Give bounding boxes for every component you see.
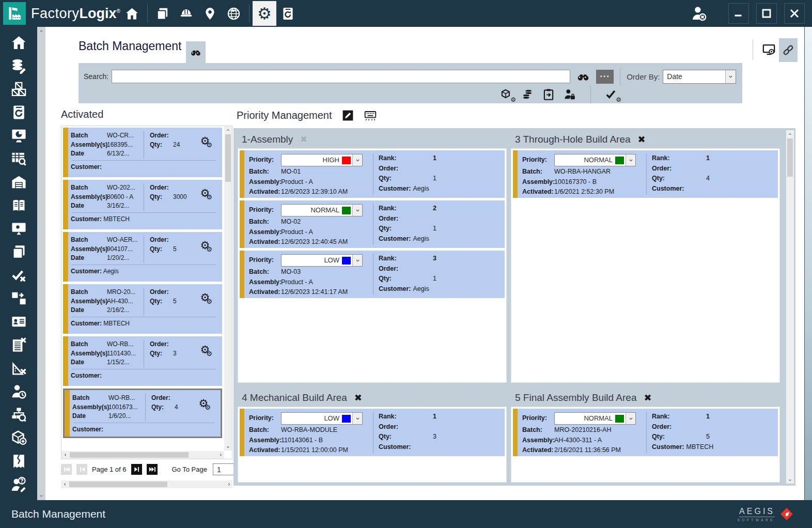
scrollbar-thumb[interactable] (70, 452, 189, 458)
pane-horizontal-scrollbar[interactable] (61, 480, 232, 488)
batch-card[interactable]: BatchWO-202... Assembly(s)80600 - A Date… (63, 180, 222, 229)
sidebar-item-defect-page[interactable] (7, 452, 30, 470)
sidebar-item-pages[interactable] (7, 242, 30, 261)
first-page-button[interactable] (61, 464, 72, 475)
sidebar-item-home[interactable] (7, 33, 30, 52)
person-asset-icon[interactable] (563, 88, 576, 101)
priority-dropdown[interactable]: NORMAL (281, 204, 363, 216)
batch-settings-gears-icon[interactable]: ⚙⚙ (200, 291, 216, 304)
cube-gear-icon[interactable]: ⚙ (499, 88, 513, 101)
priority-dropdown[interactable]: NORMAL (554, 154, 636, 166)
priority-card[interactable]: Priority: LOW Batch:MO-03 Assembly:Produ… (240, 251, 505, 298)
batch-card[interactable]: BatchWO-RB... Assembly(s)1001673... Date… (63, 389, 222, 438)
priority-card[interactable]: Priority: NORMAL Batch:MRO-20210216-AH A… (513, 409, 778, 456)
sidebar-item-package-add[interactable] (7, 428, 30, 447)
activated-horizontal-scrollbar[interactable] (61, 451, 224, 459)
panel-close-icon[interactable]: ✖ (300, 135, 307, 144)
more-options-button[interactable]: ... (596, 70, 614, 84)
monitor-sync-icon[interactable] (762, 42, 776, 56)
priority-dropdown[interactable]: LOW (281, 254, 363, 267)
sidebar-item-checklist-remove[interactable] (7, 335, 30, 354)
scroll-right-icon[interactable] (225, 480, 232, 488)
scrollbar-thumb[interactable] (69, 482, 167, 487)
priority-card[interactable]: Priority: NORMAL Batch:WO-RBA-HANGAR Ass… (513, 150, 778, 198)
priority-vertical-scrollbar[interactable] (786, 130, 794, 484)
sidebar-item-id-card[interactable] (7, 312, 30, 331)
clipboard-transfer-icon[interactable] (542, 88, 555, 101)
sidebar-item-material-crates[interactable] (7, 80, 30, 98)
batch-settings-gears-icon[interactable]: ⚙⚙ (200, 239, 216, 252)
sidebar-item-operator-help[interactable] (7, 475, 30, 493)
chevron-down-icon[interactable] (626, 413, 635, 424)
globe-icon[interactable] (222, 0, 246, 27)
pages-icon[interactable] (151, 0, 175, 27)
scroll-left-icon[interactable] (61, 480, 68, 488)
priority-dropdown[interactable]: LOW (281, 412, 363, 425)
previous-page-button[interactable] (76, 464, 87, 475)
batch-card[interactable]: BatchWO-AER... Assembly(s)904107... Date… (63, 232, 222, 282)
window-minimize-button[interactable] (728, 3, 749, 24)
activated-vertical-scrollbar[interactable] (224, 126, 232, 451)
batch-card[interactable]: BatchWO-CR... Assembly(s)168395... Date6… (63, 128, 222, 177)
chevron-down-icon[interactable] (352, 255, 362, 266)
priority-dropdown[interactable]: HIGH (281, 154, 363, 166)
priority-card[interactable]: Priority: HIGH Batch:MO-01 Assembly:Prod… (240, 150, 505, 198)
scroll-up-icon[interactable] (786, 130, 794, 137)
sidebar-item-table-search[interactable] (7, 149, 30, 168)
sidebar-item-warehouse[interactable] (7, 173, 30, 191)
sidebar-item-operator-time[interactable] (7, 382, 30, 400)
scrollbar-thumb[interactable] (225, 134, 231, 182)
sidebar-item-production-data[interactable] (7, 56, 30, 75)
history-icon[interactable] (276, 0, 300, 27)
sidebar-item-batch-history[interactable] (7, 103, 30, 121)
scroll-down-icon[interactable] (224, 443, 232, 451)
chevron-down-icon[interactable] (352, 154, 362, 166)
scroll-up-icon[interactable] (224, 126, 232, 133)
chevron-down-icon[interactable] (352, 413, 362, 424)
home-icon[interactable] (120, 0, 144, 27)
sidebar-item-org-search[interactable] (7, 405, 30, 424)
sidebar-item-dashboard[interactable] (7, 126, 30, 145)
settings-gear-icon[interactable]: ⚙ (253, 1, 276, 26)
scroll-up-icon[interactable] (37, 27, 45, 35)
binoculars-icon[interactable] (576, 70, 590, 83)
panel-close-icon[interactable]: ✖ (354, 393, 362, 402)
search-input[interactable] (112, 70, 570, 83)
scrollbar-thumb[interactable] (787, 138, 793, 177)
scroll-right-icon[interactable] (217, 451, 224, 459)
order-by-select[interactable]: Date (663, 70, 736, 84)
sidebar-item-transfer[interactable] (7, 289, 30, 307)
batch-card[interactable]: BatchMRO-20... Assembly(s)AH-430... Date… (63, 284, 222, 334)
scroll-down-icon[interactable] (786, 476, 794, 484)
sidebar-scrollbar[interactable] (37, 27, 45, 500)
panel-close-icon[interactable]: ✖ (638, 135, 646, 144)
batch-settings-gears-icon[interactable]: ⚙⚙ (199, 397, 214, 410)
batch-card[interactable]: BatchWO-RB... Assembly(s)1101430... Date… (63, 336, 222, 386)
chevron-down-icon[interactable] (725, 70, 736, 83)
window-maximize-button[interactable] (756, 3, 777, 24)
edit-pencil-icon[interactable] (341, 109, 354, 122)
window-close-button[interactable] (784, 3, 805, 24)
sidebar-item-verify[interactable] (7, 266, 30, 284)
link-icon[interactable] (779, 38, 798, 62)
chevron-down-icon[interactable] (352, 205, 362, 216)
priority-card[interactable]: Priority: LOW Batch:WO-RBA-MODULE Assemb… (240, 409, 505, 456)
hardhat-icon[interactable] (175, 0, 198, 27)
batch-settings-gears-icon[interactable]: ⚙⚙ (200, 187, 216, 199)
priority-dropdown[interactable]: NORMAL (554, 412, 636, 425)
next-page-button[interactable] (131, 464, 142, 475)
user-logout-icon[interactable] (690, 5, 708, 22)
coins-icon[interactable] (521, 88, 534, 101)
location-icon[interactable] (198, 0, 222, 27)
sidebar-item-documentation[interactable] (7, 196, 30, 214)
batch-search-tab[interactable] (186, 41, 206, 63)
batch-settings-gears-icon[interactable]: ⚙⚙ (200, 135, 216, 147)
chevron-down-icon[interactable] (626, 154, 635, 166)
priority-card[interactable]: Priority: NORMAL Batch:MO-02 Assembly:Pr… (240, 200, 505, 248)
last-page-button[interactable] (147, 464, 158, 475)
sidebar-item-measure-remove[interactable] (7, 359, 30, 377)
verify-gear-icon[interactable]: ⚙ (605, 88, 618, 101)
keyboard-icon[interactable] (364, 108, 377, 122)
panel-close-icon[interactable]: ✖ (644, 393, 652, 402)
batch-settings-gears-icon[interactable]: ⚙⚙ (200, 344, 216, 356)
